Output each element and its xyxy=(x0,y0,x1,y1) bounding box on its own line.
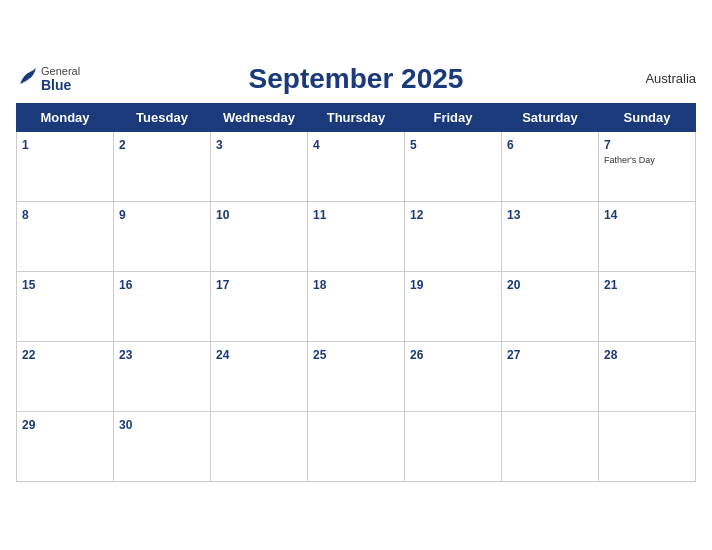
calendar-cell: 20 xyxy=(502,271,599,341)
calendar-cell: 23 xyxy=(114,341,211,411)
calendar-cell: 26 xyxy=(405,341,502,411)
calendar-cell: 1 xyxy=(17,131,114,201)
day-header-wednesday: Wednesday xyxy=(211,103,308,131)
logo-line2: Blue xyxy=(41,77,80,93)
calendar-header: General Blue September 2025 Australia xyxy=(16,63,696,95)
date-number: 9 xyxy=(119,208,126,222)
week-row-5: 2930 xyxy=(17,411,696,481)
calendar-cell: 18 xyxy=(308,271,405,341)
week-row-1: 1234567Father's Day xyxy=(17,131,696,201)
calendar-container: General Blue September 2025 Australia Mo… xyxy=(0,53,712,498)
calendar-cell: 27 xyxy=(502,341,599,411)
calendar-cell: 13 xyxy=(502,201,599,271)
day-header-thursday: Thursday xyxy=(308,103,405,131)
date-number: 5 xyxy=(410,138,417,152)
logo-area: General Blue xyxy=(16,65,80,93)
calendar-cell: 24 xyxy=(211,341,308,411)
calendar-cell: 21 xyxy=(599,271,696,341)
date-number: 16 xyxy=(119,278,132,292)
date-number: 27 xyxy=(507,348,520,362)
day-header-friday: Friday xyxy=(405,103,502,131)
calendar-cell: 16 xyxy=(114,271,211,341)
calendar-cell: 4 xyxy=(308,131,405,201)
day-header-saturday: Saturday xyxy=(502,103,599,131)
date-number: 13 xyxy=(507,208,520,222)
date-number: 22 xyxy=(22,348,35,362)
date-number: 1 xyxy=(22,138,29,152)
calendar-cell: 29 xyxy=(17,411,114,481)
date-number: 19 xyxy=(410,278,423,292)
calendar-cell: 10 xyxy=(211,201,308,271)
date-number: 15 xyxy=(22,278,35,292)
logo-wrapper: General Blue xyxy=(16,65,80,93)
calendar-cell: 12 xyxy=(405,201,502,271)
calendar-cell xyxy=(599,411,696,481)
calendar-cell: 25 xyxy=(308,341,405,411)
calendar-table: MondayTuesdayWednesdayThursdayFridaySatu… xyxy=(16,103,696,482)
calendar-cell: 8 xyxy=(17,201,114,271)
calendar-cell: 28 xyxy=(599,341,696,411)
day-header-tuesday: Tuesday xyxy=(114,103,211,131)
date-number: 2 xyxy=(119,138,126,152)
calendar-cell: 11 xyxy=(308,201,405,271)
logo-line1: General xyxy=(41,65,80,77)
date-number: 26 xyxy=(410,348,423,362)
date-number: 6 xyxy=(507,138,514,152)
calendar-cell: 9 xyxy=(114,201,211,271)
week-row-2: 891011121314 xyxy=(17,201,696,271)
calendar-cell: 14 xyxy=(599,201,696,271)
date-number: 28 xyxy=(604,348,617,362)
calendar-cell: 30 xyxy=(114,411,211,481)
calendar-cell: 5 xyxy=(405,131,502,201)
day-header-sunday: Sunday xyxy=(599,103,696,131)
date-number: 25 xyxy=(313,348,326,362)
date-number: 3 xyxy=(216,138,223,152)
holiday-label: Father's Day xyxy=(604,155,690,166)
date-number: 12 xyxy=(410,208,423,222)
calendar-cell xyxy=(502,411,599,481)
calendar-cell xyxy=(308,411,405,481)
week-row-4: 22232425262728 xyxy=(17,341,696,411)
date-number: 4 xyxy=(313,138,320,152)
date-number: 11 xyxy=(313,208,326,222)
date-number: 29 xyxy=(22,418,35,432)
calendar-cell: 2 xyxy=(114,131,211,201)
date-number: 20 xyxy=(507,278,520,292)
header-row: MondayTuesdayWednesdayThursdayFridaySatu… xyxy=(17,103,696,131)
date-number: 17 xyxy=(216,278,229,292)
country-label: Australia xyxy=(645,71,696,86)
date-number: 18 xyxy=(313,278,326,292)
day-header-monday: Monday xyxy=(17,103,114,131)
date-number: 23 xyxy=(119,348,132,362)
calendar-cell: 15 xyxy=(17,271,114,341)
week-row-3: 15161718192021 xyxy=(17,271,696,341)
logo-icon xyxy=(16,66,38,92)
date-number: 30 xyxy=(119,418,132,432)
calendar-cell: 3 xyxy=(211,131,308,201)
date-number: 24 xyxy=(216,348,229,362)
calendar-title: September 2025 xyxy=(249,63,464,95)
date-number: 21 xyxy=(604,278,617,292)
calendar-cell: 19 xyxy=(405,271,502,341)
calendar-cell: 7Father's Day xyxy=(599,131,696,201)
calendar-cell: 6 xyxy=(502,131,599,201)
calendar-cell: 22 xyxy=(17,341,114,411)
logo-text: General Blue xyxy=(41,65,80,93)
date-number: 8 xyxy=(22,208,29,222)
calendar-cell: 17 xyxy=(211,271,308,341)
date-number: 10 xyxy=(216,208,229,222)
date-number: 14 xyxy=(604,208,617,222)
calendar-cell xyxy=(211,411,308,481)
date-number: 7 xyxy=(604,138,611,152)
calendar-cell xyxy=(405,411,502,481)
